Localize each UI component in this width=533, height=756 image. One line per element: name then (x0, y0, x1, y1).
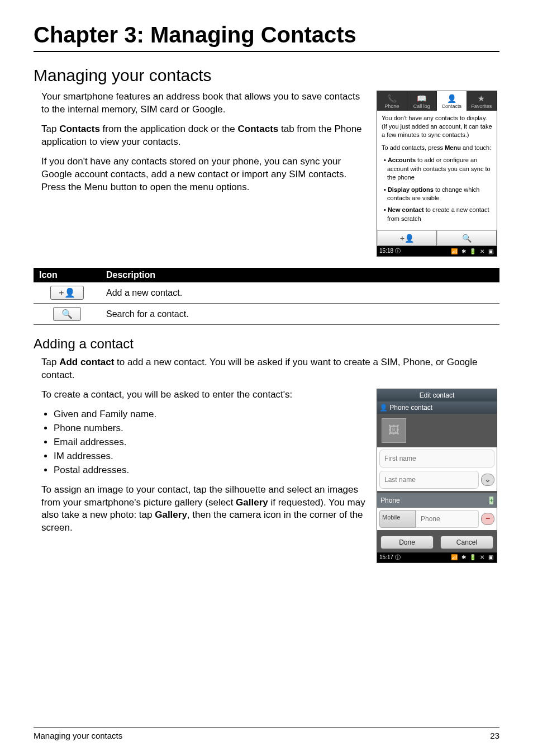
first-name-field[interactable]: First name (379, 450, 494, 467)
tab-contacts[interactable]: 👤 Contacts (437, 91, 467, 111)
list-item: Given and Family name. (54, 408, 367, 421)
icon-table-header-icon: Icon (34, 268, 101, 282)
search-contact-button[interactable]: 🔍 (437, 230, 497, 246)
icon-table-desc-search: Search for a contact. (101, 304, 499, 325)
add-contact-icon: +👤 (50, 286, 83, 300)
list-item: Email addresses. (54, 436, 367, 449)
chapter-title: Chapter 3: Managing Contacts (34, 22, 499, 52)
status-time: 15:18 ⓘ (379, 247, 401, 255)
hint-new-contact: New contact to create a new contact from… (387, 206, 492, 223)
call-log-icon: 📖 (407, 94, 437, 102)
contact-fields-list: Given and Family name. Phone numbers. Em… (41, 408, 367, 477)
page-footer: Managing your contacts 23 (34, 727, 499, 740)
phone-number-field[interactable]: Phone (416, 510, 479, 528)
search-icon: 🔍 (462, 234, 472, 243)
add-contact-button[interactable]: +👤 (377, 230, 437, 246)
contact-type-header: 👤 Phone contact (377, 401, 497, 414)
add-phone-button[interactable]: + (489, 497, 493, 504)
table-row: 🔍 Search for a contact. (34, 304, 499, 325)
adding-para-1: Tap Add contact to add a new contact. Yo… (41, 356, 499, 382)
done-button[interactable]: Done (380, 536, 434, 549)
edit-contact-title: Edit contact (377, 389, 497, 401)
expand-name-button[interactable]: ⌄ (481, 474, 494, 486)
hint-accounts: Accounts to add or configure an account … (387, 156, 492, 182)
remove-phone-button[interactable]: − (481, 513, 494, 525)
phone-section-label: Phone (380, 497, 400, 504)
footer-title: Managing your contacts (34, 731, 122, 740)
search-icon: 🔍 (53, 307, 81, 321)
tab-phone[interactable]: 📞 Phone (377, 91, 407, 111)
contacts-icon: 👤 (437, 94, 467, 102)
status-icons: 📶 ✱ 🔋 ✕ ▣ (451, 248, 494, 254)
adding-para-3: To assign an image to your contact, tap … (41, 484, 367, 535)
list-item: Phone numbers. (54, 422, 367, 435)
status-time: 15:17 ⓘ (379, 554, 401, 561)
contact-photo-placeholder[interactable]: 🖼 (382, 418, 406, 443)
screenshot-edit-contact: Edit contact 👤 Phone contact 🖼 First nam… (377, 389, 497, 563)
icon-table-desc-add: Add a new contact. (101, 282, 499, 304)
cancel-button[interactable]: Cancel (440, 536, 493, 549)
add-contact-icon: +👤 (400, 234, 414, 243)
contact-type-icon: 👤 (379, 404, 389, 412)
list-item: Postal addresses. (54, 464, 367, 477)
intro-para-3: If you don't have any contacts stored on… (41, 155, 367, 194)
chevron-down-icon: ⌄ (484, 475, 491, 484)
status-icons: 📶 ✱ 🔋 ✕ ▣ (451, 554, 494, 560)
icon-description-table: Icon Description +👤 Add a new contact. 🔍… (34, 268, 499, 325)
tab-favorites[interactable]: ★ Favorites (467, 91, 497, 111)
hint-display-options: Display options to change which contacts… (387, 186, 492, 203)
last-name-field[interactable]: Last name (379, 471, 479, 489)
adding-para-2: To create a contact, you will be asked t… (41, 389, 367, 401)
tab-call-log[interactable]: 📖 Call log (407, 91, 437, 111)
screenshot-contacts-app: 📞 Phone 📖 Call log 👤 Contacts ★ Favorite… (377, 91, 497, 257)
status-bar: 15:18 ⓘ 📶 ✱ 🔋 ✕ ▣ (377, 246, 497, 256)
footer-page-number: 23 (490, 731, 499, 740)
status-bar: 15:17 ⓘ 📶 ✱ 🔋 ✕ ▣ (377, 552, 497, 563)
empty-contacts-message: You don't have any contacts to display. … (382, 114, 492, 139)
subsection-title: Adding a contact (34, 336, 499, 352)
table-row: +👤 Add a new contact. (34, 282, 499, 304)
phone-icon: 📞 (377, 94, 407, 102)
section-title: Managing your contacts (34, 66, 499, 85)
add-contacts-hint: To add contacts, press Menu and touch: (382, 144, 492, 152)
favorites-icon: ★ (467, 94, 497, 102)
info-icon: ⓘ (395, 554, 401, 560)
intro-para-1: Your smartphone features an address book… (41, 91, 367, 116)
info-icon: ⓘ (395, 248, 401, 254)
list-item: IM addresses. (54, 450, 367, 463)
intro-para-2: Tap Contacts from the application dock o… (41, 123, 367, 149)
plus-icon: + (489, 497, 493, 504)
icon-table-header-desc: Description (101, 268, 499, 282)
minus-icon: − (486, 514, 490, 523)
phone-type-select[interactable]: Mobile (379, 510, 416, 528)
